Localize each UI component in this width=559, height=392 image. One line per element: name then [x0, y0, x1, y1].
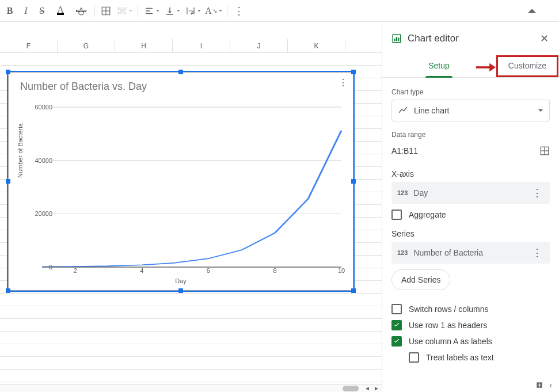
- vertical-align-button[interactable]: [162, 3, 182, 18]
- text-wrap-button[interactable]: [183, 3, 203, 18]
- resize-handle[interactable]: [6, 179, 10, 184]
- line-chart-icon: [398, 105, 408, 116]
- column-header[interactable]: I: [173, 39, 230, 52]
- data-range-value[interactable]: A1:B11: [391, 146, 418, 155]
- series-field[interactable]: 123 Number of Bacteria ⋮: [391, 242, 550, 264]
- treat-labels-text-label: Treat labels as text: [426, 353, 494, 362]
- chevron-down-icon: [538, 108, 543, 113]
- chart-type-label: Chart type: [391, 88, 550, 96]
- tab-customize[interactable]: Customize: [498, 57, 557, 75]
- formatting-toolbar: B I S A A↘ ⋮: [0, 0, 559, 22]
- treat-labels-text-checkbox[interactable]: [409, 352, 419, 363]
- more-toolbar-button[interactable]: ⋮: [231, 3, 246, 18]
- fill-color-button[interactable]: [71, 3, 91, 18]
- italic-button[interactable]: I: [18, 3, 33, 18]
- spreadsheet-area[interactable]: FGHIJK ⋮ Number of Bacteria vs. Day Numb…: [0, 22, 382, 392]
- chart-editor-tabs: Setup Customize: [382, 52, 559, 78]
- use-columnA-labels-label: Use column A as labels: [409, 337, 492, 346]
- text-color-button[interactable]: A: [51, 3, 70, 18]
- chart-editor-panel: Chart editor ✕ Setup Customize Chart typ…: [382, 22, 559, 392]
- collapse-toolbar-button[interactable]: [524, 3, 539, 18]
- switch-rows-columns-checkbox[interactable]: [391, 304, 402, 314]
- series-section-label: Series: [391, 229, 550, 238]
- chart-x-axis-title: Day: [9, 277, 353, 284]
- use-row1-headers-checkbox[interactable]: [391, 320, 402, 330]
- text-rotation-button[interactable]: A↘: [204, 3, 223, 18]
- switch-rows-columns-label: Switch rows / columns: [409, 305, 488, 314]
- bold-button[interactable]: B: [2, 3, 17, 18]
- xaxis-field-menu[interactable]: ⋮: [530, 187, 544, 199]
- column-headers: FGHIJK: [0, 39, 382, 53]
- chart-x-tick-labels: 246810: [42, 267, 341, 275]
- add-series-button[interactable]: Add Series: [391, 269, 450, 290]
- resize-handle[interactable]: [6, 70, 10, 74]
- resize-handle[interactable]: [6, 288, 10, 293]
- close-panel-button[interactable]: ✕: [538, 30, 551, 47]
- number-type-icon: 123: [397, 249, 408, 256]
- xaxis-field[interactable]: 123 Day ⋮: [391, 182, 550, 204]
- horizontal-align-button[interactable]: [142, 3, 161, 18]
- collapse-side-icon[interactable]: ‹: [549, 380, 552, 390]
- data-range-label: Data range: [391, 131, 550, 139]
- explore-icon[interactable]: [535, 381, 543, 389]
- chart-title: Number of Bacteria vs. Day: [9, 73, 353, 96]
- resize-handle[interactable]: [351, 70, 356, 74]
- borders-button[interactable]: [98, 3, 113, 18]
- resize-handle[interactable]: [351, 288, 356, 293]
- resize-handle[interactable]: [351, 179, 356, 184]
- resize-handle[interactable]: [178, 70, 183, 74]
- footer-icons: ‹: [533, 378, 554, 392]
- use-columnA-labels-checkbox[interactable]: [391, 336, 402, 347]
- select-range-icon[interactable]: [539, 146, 550, 156]
- aggregate-checkbox[interactable]: [391, 210, 402, 220]
- use-row1-headers-label: Use row 1 as headers: [409, 321, 487, 330]
- number-type-icon: 123: [397, 189, 408, 196]
- annotation-arrow: [475, 62, 496, 73]
- svg-rect-7: [396, 37, 397, 41]
- xaxis-section-label: X-axis: [391, 169, 550, 178]
- column-header[interactable]: G: [58, 39, 115, 52]
- chart-icon: [391, 33, 402, 44]
- chart-plot-area: [42, 107, 341, 267]
- panel-title: Chart editor: [408, 33, 532, 44]
- series-field-menu[interactable]: ⋮: [530, 246, 544, 259]
- column-header[interactable]: F: [0, 39, 58, 52]
- chart-options-button[interactable]: ⋮: [339, 77, 347, 88]
- merge-cells-button: [115, 3, 134, 18]
- svg-rect-6: [394, 39, 396, 41]
- column-header[interactable]: H: [115, 39, 173, 52]
- column-header[interactable]: K: [288, 39, 345, 52]
- chart-y-axis-title: Number of Bacteria: [17, 123, 24, 178]
- resize-handle[interactable]: [178, 288, 183, 293]
- embedded-chart[interactable]: ⋮ Number of Bacteria vs. Day Number of B…: [8, 72, 353, 291]
- column-header[interactable]: J: [230, 39, 288, 52]
- svg-rect-8: [398, 38, 399, 41]
- chart-type-select[interactable]: Line chart: [391, 100, 550, 121]
- horizontal-scrollbar[interactable]: ◄ ►: [0, 384, 382, 392]
- aggregate-label: Aggregate: [409, 210, 446, 219]
- strikethrough-button[interactable]: S: [35, 3, 50, 18]
